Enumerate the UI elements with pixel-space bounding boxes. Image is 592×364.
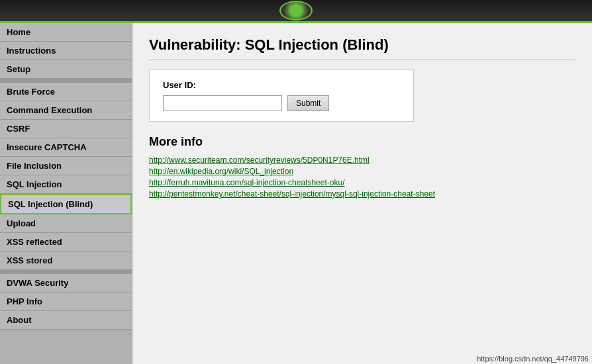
more-info-heading: More info	[149, 135, 575, 149]
page-title: Vulnerability: SQL Injection (Blind)	[149, 36, 575, 60]
sidebar-item-instructions[interactable]: Instructions	[0, 42, 132, 60]
sidebar-item-csrf[interactable]: CSRF	[0, 120, 132, 138]
main-layout: HomeInstructionsSetup Brute ForceCommand…	[0, 23, 592, 364]
sidebar-item-file-inclusion[interactable]: File Inclusion	[0, 157, 132, 175]
user-id-form-box: User ID: Submit	[149, 69, 414, 122]
sidebar-item-sql-injection-blind[interactable]: SQL Injection (Blind)	[0, 194, 132, 214]
sidebar-items-top: HomeInstructionsSetup	[0, 23, 132, 79]
user-id-label: User ID:	[163, 80, 400, 90]
sidebar-item-command-execution[interactable]: Command Execution	[0, 101, 132, 120]
status-bar: https://blog.csdn.net/qq_44749796	[477, 355, 589, 363]
sidebar-item-sql-injection[interactable]: SQL Injection	[0, 175, 132, 194]
sidebar-item-php-info[interactable]: PHP Info	[0, 293, 132, 311]
sidebar-item-xss-reflected[interactable]: XSS reflected	[0, 233, 132, 251]
sidebar-items-vuln: Brute ForceCommand ExecutionCSRFInsecure…	[0, 83, 132, 270]
submit-button[interactable]: Submit	[287, 95, 329, 111]
sidebar-item-upload[interactable]: Upload	[0, 214, 132, 233]
logo	[279, 1, 313, 21]
sidebar-item-home[interactable]: Home	[0, 23, 132, 42]
more-info-link[interactable]: http://ferruh.mavituna.com/sql-injection…	[149, 178, 575, 187]
more-info-link[interactable]: http://www.securiteam.com/securityreview…	[149, 156, 575, 165]
sidebar-item-setup[interactable]: Setup	[0, 60, 132, 79]
more-info-link[interactable]: http://en.wikipedia.org/wiki/SQL_injecti…	[149, 167, 575, 176]
sidebar-item-xss-stored[interactable]: XSS stored	[0, 251, 132, 270]
links-section: http://www.securiteam.com/securityreview…	[149, 156, 575, 199]
top-bar	[0, 0, 592, 23]
sidebar-item-about[interactable]: About	[0, 311, 132, 330]
sidebar-item-insecure-captcha[interactable]: Insecure CAPTCHA	[0, 138, 132, 157]
sidebar-items-bottom: DVWA SecurityPHP InfoAbout	[0, 274, 132, 330]
sidebar-item-brute-force[interactable]: Brute Force	[0, 83, 132, 101]
user-id-input[interactable]	[163, 95, 282, 111]
sidebar: HomeInstructionsSetup Brute ForceCommand…	[0, 23, 132, 364]
content-area: Vulnerability: SQL Injection (Blind) Use…	[132, 23, 592, 364]
more-info-link[interactable]: http://pentestmonkey.net/cheat-sheet/sql…	[149, 189, 575, 199]
sidebar-item-dvwa-security[interactable]: DVWA Security	[0, 274, 132, 293]
form-row: Submit	[163, 95, 400, 111]
